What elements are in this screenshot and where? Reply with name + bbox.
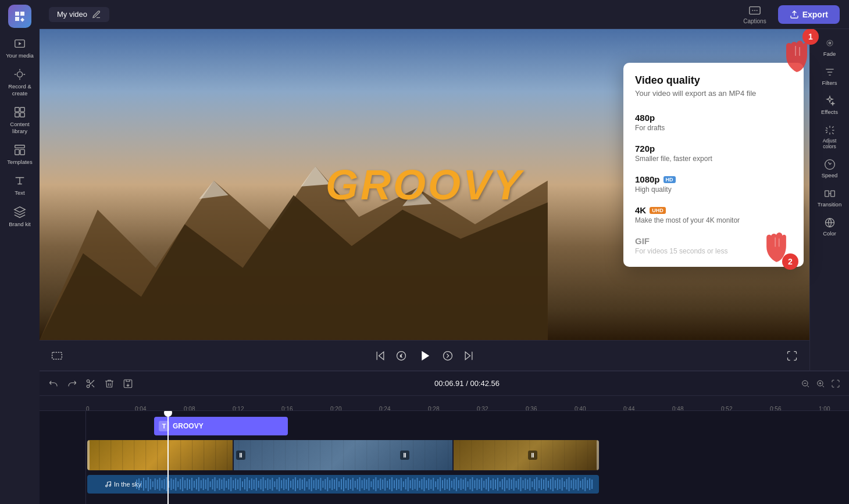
svg-rect-117 xyxy=(320,478,321,491)
fit-view-btn[interactable] xyxy=(829,377,842,390)
export-button[interactable]: Export xyxy=(778,5,840,24)
svg-rect-93 xyxy=(265,480,266,488)
svg-rect-133 xyxy=(357,479,358,489)
svg-rect-186 xyxy=(479,480,480,489)
quality-option-720p[interactable]: 720p Smaller file, faster export xyxy=(623,138,804,169)
right-panel-effects[interactable]: Effects xyxy=(812,92,847,119)
sidebar-item-templates[interactable]: Templates xyxy=(0,139,40,170)
svg-rect-33 xyxy=(531,453,533,457)
captions-button[interactable]: Captions xyxy=(743,4,766,24)
svg-rect-70 xyxy=(212,479,213,489)
trim-left-handle[interactable] xyxy=(87,440,90,470)
svg-rect-134 xyxy=(359,477,361,491)
svg-rect-148 xyxy=(391,477,393,491)
svg-rect-162 xyxy=(423,477,424,491)
svg-rect-214 xyxy=(543,480,544,489)
play-button[interactable] xyxy=(414,345,435,366)
quality-option-480p[interactable]: 480p For drafts xyxy=(623,107,804,138)
playhead[interactable] xyxy=(167,411,169,504)
svg-rect-144 xyxy=(382,480,383,489)
cut-button[interactable] xyxy=(84,377,98,391)
fullscreen-btn[interactable] xyxy=(784,348,800,364)
svg-rect-42 xyxy=(148,477,149,491)
svg-rect-124 xyxy=(336,478,337,491)
trim-right-handle[interactable] xyxy=(597,440,599,470)
video-title-tab[interactable]: My video xyxy=(49,7,109,22)
svg-rect-151 xyxy=(398,480,399,489)
svg-rect-73 xyxy=(219,478,220,490)
svg-rect-106 xyxy=(295,477,296,491)
fast-forward-btn[interactable] xyxy=(440,348,456,364)
captions-toggle-btn[interactable] xyxy=(49,348,65,364)
zoom-in-btn[interactable] xyxy=(814,377,827,390)
quality-option-1080p[interactable]: 1080p HD High quality xyxy=(623,169,804,199)
svg-rect-91 xyxy=(261,479,262,489)
svg-rect-22 xyxy=(830,191,834,196)
svg-rect-90 xyxy=(258,481,259,488)
svg-rect-74 xyxy=(221,480,222,489)
segment-handle-1[interactable] xyxy=(236,451,245,460)
sidebar-item-text[interactable]: Text xyxy=(0,170,40,201)
svg-rect-57 xyxy=(182,477,183,491)
right-panel-filters[interactable]: Filters xyxy=(812,63,847,90)
waveform-svg xyxy=(90,475,596,494)
svg-rect-182 xyxy=(470,479,471,489)
right-panel-speed[interactable]: Speed xyxy=(812,155,847,182)
audio-track[interactable]: In the sky xyxy=(87,474,849,495)
svg-rect-69 xyxy=(210,481,211,487)
quality-option-4k[interactable]: 4K UHD Make the most of your 4K monitor xyxy=(623,199,804,230)
svg-rect-129 xyxy=(348,478,349,490)
video-track[interactable] xyxy=(87,439,849,471)
undo-button[interactable] xyxy=(47,377,60,391)
text-clip[interactable]: T GROOVY xyxy=(154,417,288,435)
zoom-out-btn[interactable] xyxy=(799,377,812,390)
svg-rect-103 xyxy=(288,478,289,491)
effects-icon xyxy=(824,95,836,107)
play-icon xyxy=(416,348,433,364)
svg-rect-95 xyxy=(269,480,270,489)
svg-rect-43 xyxy=(150,479,151,489)
svg-rect-122 xyxy=(331,478,333,490)
svg-rect-136 xyxy=(364,478,365,490)
skip-end-btn[interactable] xyxy=(461,348,477,364)
left-sidebar: Your media Record & create Content libra… xyxy=(0,0,40,504)
svg-rect-4 xyxy=(15,113,19,117)
svg-rect-140 xyxy=(373,479,374,489)
skip-start-btn[interactable] xyxy=(372,348,388,364)
svg-rect-6 xyxy=(15,145,25,148)
right-panel-adjust-colors[interactable]: Adjustcolors xyxy=(812,121,847,153)
adjust-icon xyxy=(824,124,836,136)
save-button[interactable] xyxy=(121,377,135,391)
svg-rect-8 xyxy=(20,149,24,155)
svg-rect-64 xyxy=(198,477,199,491)
right-panel-fade[interactable]: Fade xyxy=(812,34,847,60)
delete-button[interactable] xyxy=(102,377,116,391)
redo-button[interactable] xyxy=(65,377,79,391)
svg-rect-141 xyxy=(375,477,376,491)
svg-rect-177 xyxy=(458,480,459,488)
sidebar-item-brand-kit[interactable]: Brand kit xyxy=(0,201,40,232)
svg-rect-137 xyxy=(366,480,368,489)
svg-rect-37 xyxy=(136,480,137,489)
sidebar-item-record-create[interactable]: Record & create xyxy=(0,63,40,101)
fullscreen-icon xyxy=(786,350,798,362)
svg-rect-5 xyxy=(20,113,24,117)
svg-rect-29 xyxy=(240,453,241,457)
sidebar-item-your-media[interactable]: Your media xyxy=(0,33,40,63)
svg-rect-234 xyxy=(589,478,590,490)
svg-rect-160 xyxy=(419,481,420,488)
svg-rect-159 xyxy=(417,478,418,491)
svg-rect-171 xyxy=(444,478,445,490)
svg-rect-31 xyxy=(404,453,405,457)
rewind-btn[interactable]: 5 xyxy=(393,348,409,364)
segment-handle-3[interactable] xyxy=(528,451,537,460)
right-panel-transition[interactable]: Transition xyxy=(812,184,847,211)
content-area: GROOVY xyxy=(40,29,849,370)
svg-rect-204 xyxy=(520,477,522,491)
right-panel-color[interactable]: Color xyxy=(812,213,847,240)
sidebar-item-content-library[interactable]: Content library xyxy=(0,101,40,139)
svg-rect-157 xyxy=(412,478,413,490)
brand-icon xyxy=(13,206,26,219)
svg-rect-224 xyxy=(566,479,568,489)
segment-handle-2[interactable] xyxy=(400,451,409,460)
